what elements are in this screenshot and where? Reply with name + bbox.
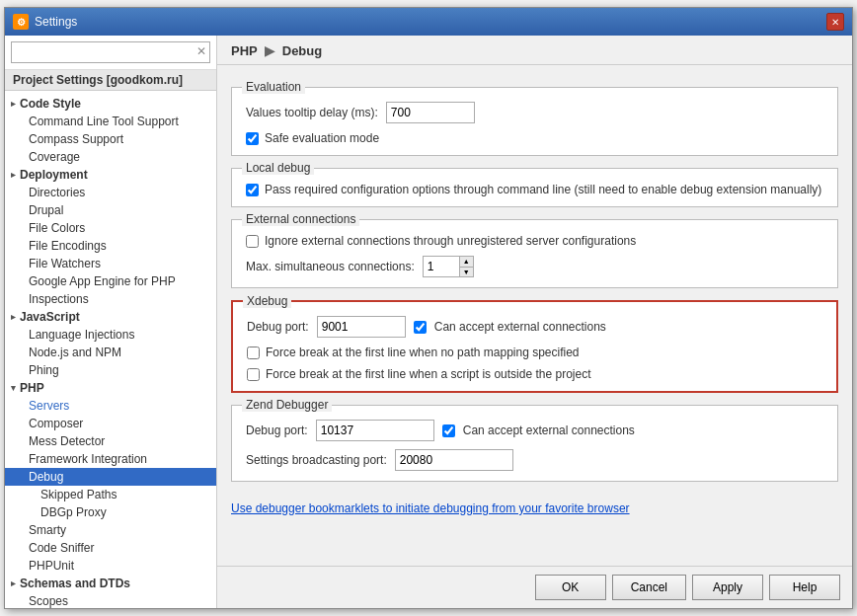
local-debug-section: Local debug Pass required configuration … [231,168,838,207]
xdebug-can-accept-checkbox[interactable] [414,321,427,334]
sidebar-item-smarty[interactable]: Smarty [5,521,216,539]
sidebar-item-php[interactable]: ▾ PHP [5,379,216,397]
sidebar-item-code-style[interactable]: ▸ Code Style [5,95,216,113]
close-button[interactable]: ✕ [826,13,844,31]
xdebug-port-label: Debug port: [247,320,309,334]
pass-config-row: Pass required configuration options thro… [246,183,823,196]
zend-broadcast-input[interactable] [395,449,513,471]
pass-config-checkbox[interactable] [246,184,259,196]
local-debug-label: Local debug [242,161,314,175]
ignore-external-checkbox[interactable] [246,235,259,248]
sidebar-item-schemas-dtds[interactable]: ▸ Schemas and DTDs [5,575,216,592]
zend-can-accept-checkbox[interactable] [442,424,455,437]
apply-button[interactable]: Apply [692,575,763,600]
search-input[interactable] [11,41,210,63]
sidebar-item-framework-integration[interactable]: Framework Integration [5,450,216,468]
main-content: PHP ▶ Debug Evaluation Values tooltip de… [217,36,852,608]
sidebar-item-javascript[interactable]: ▸ JavaScript [5,308,216,326]
sidebar-item-coverage[interactable]: Coverage [5,148,216,166]
tooltip-delay-input[interactable] [386,102,475,123]
spinner-up-button[interactable]: ▲ [460,257,473,268]
sidebar-item-phpunit[interactable]: PHPUnit [5,557,216,575]
sidebar-item-dbgp-proxy[interactable]: DBGp Proxy [5,503,216,521]
window-controls: ✕ [826,13,844,31]
expander-icon: ▸ [11,312,16,322]
xdebug-port-input[interactable] [317,316,406,338]
zend-debugger-label: Zend Debugger [242,398,332,412]
tooltip-delay-row: Values tooltip delay (ms): [246,102,823,123]
safe-eval-row: Safe evaluation mode [246,131,823,145]
sidebar-item-label: PHP [20,381,44,395]
zend-can-accept-label: Can accept external connections [463,424,635,437]
evaluation-label: Evaluation [242,80,305,94]
bookmarklets-link[interactable]: Use debugger bookmarklets to initiate de… [231,494,838,515]
sidebar-item-drupal[interactable]: Drupal [5,201,216,219]
sidebar-item-file-watchers[interactable]: File Watchers [5,255,216,272]
expander-icon: ▸ [11,578,16,588]
sidebar: ✕ Project Settings [goodkom.ru] ▸ Code S… [5,36,217,608]
sidebar-item-nodejs-npm[interactable]: Node.js and NPM [5,344,216,361]
force-break-no-mapping-row: Force break at the first line when no pa… [247,346,822,359]
xdebug-section: Xdebug Debug port: Can accept external c… [231,300,838,393]
force-break-no-mapping-checkbox[interactable] [247,346,260,359]
sidebar-item-label: JavaScript [20,310,80,324]
clear-search-button[interactable]: ✕ [196,44,206,58]
xdebug-label: Xdebug [243,294,291,308]
ignore-external-row: Ignore external connections through unre… [246,234,823,248]
sidebar-item-code-sniffer[interactable]: Code Sniffer [5,539,216,557]
force-break-outside-checkbox[interactable] [247,368,260,381]
external-connections-section: External connections Ignore external con… [231,219,838,288]
tooltip-delay-label: Values tooltip delay (ms): [246,106,378,119]
settings-window: ⚙ Settings ✕ ✕ Project Settings [goodkom… [4,7,853,609]
zend-port-row: Debug port: Can accept external connecti… [246,420,823,441]
max-connections-spinner: ▲ ▼ [423,256,474,277]
title-bar-left: ⚙ Settings [13,14,77,30]
sidebar-item-directories[interactable]: Directories [5,184,216,201]
help-button[interactable]: Help [769,575,840,600]
max-connections-input[interactable] [424,257,459,276]
safe-eval-checkbox[interactable] [246,132,259,145]
max-connections-row: Max. simultaneous connections: ▲ ▼ [246,256,823,277]
sidebar-item-servers[interactable]: Servers [5,397,216,415]
expander-icon: ▸ [11,99,16,109]
expander-icon: ▾ [11,383,16,393]
sidebar-item-command-line-tool-support[interactable]: Command Line Tool Support [5,113,216,130]
breadcrumb-sep: ▶ [265,43,278,58]
ok-button[interactable]: OK [535,575,606,600]
spinner-down-button[interactable]: ▼ [460,268,473,277]
project-header: Project Settings [goodkom.ru] [5,70,216,91]
external-connections-inner: Ignore external connections through unre… [232,220,837,287]
local-debug-inner: Pass required configuration options thro… [232,169,837,206]
sidebar-item-language-injections[interactable]: Language Injections [5,326,216,344]
sidebar-item-mess-detector[interactable]: Mess Detector [5,432,216,450]
sidebar-item-compass-support[interactable]: Compass Support [5,130,216,148]
zend-broadcast-label: Settings broadcasting port: [246,453,387,467]
window-title: Settings [35,15,77,29]
sidebar-item-scopes[interactable]: Scopes [5,592,216,608]
sidebar-item-file-encodings[interactable]: File Encodings [5,237,216,255]
external-connections-label: External connections [242,212,359,226]
sidebar-search-area: ✕ [5,36,216,70]
expander-icon: ▸ [11,170,16,180]
sidebar-item-file-colors[interactable]: File Colors [5,219,216,237]
sidebar-item-inspections[interactable]: Inspections [5,290,216,308]
breadcrumb-debug: Debug [282,43,322,58]
pass-config-label: Pass required configuration options thro… [265,183,821,196]
force-break-outside-row: Force break at the first line when a scr… [247,367,822,381]
zend-debugger-inner: Debug port: Can accept external connecti… [232,406,837,481]
sidebar-item-debug[interactable]: Debug [5,468,216,486]
xdebug-can-accept-label: Can accept external connections [434,320,606,334]
content-area: Evaluation Values tooltip delay (ms): Sa… [217,65,852,566]
window-body: ✕ Project Settings [goodkom.ru] ▸ Code S… [5,36,852,608]
sidebar-item-deployment[interactable]: ▸ Deployment [5,166,216,184]
sidebar-item-skipped-paths[interactable]: Skipped Paths [5,486,216,503]
ignore-external-label: Ignore external connections through unre… [265,234,636,248]
zend-broadcast-row: Settings broadcasting port: [246,449,823,471]
zend-debugger-section: Zend Debugger Debug port: Can accept ext… [231,405,838,482]
zend-port-input[interactable] [316,420,434,441]
sidebar-item-label: Deployment [20,168,88,182]
sidebar-item-google-app-engine[interactable]: Google App Engine for PHP [5,272,216,290]
sidebar-item-phing[interactable]: Phing [5,361,216,379]
cancel-button[interactable]: Cancel [612,575,686,600]
sidebar-item-composer[interactable]: Composer [5,415,216,432]
